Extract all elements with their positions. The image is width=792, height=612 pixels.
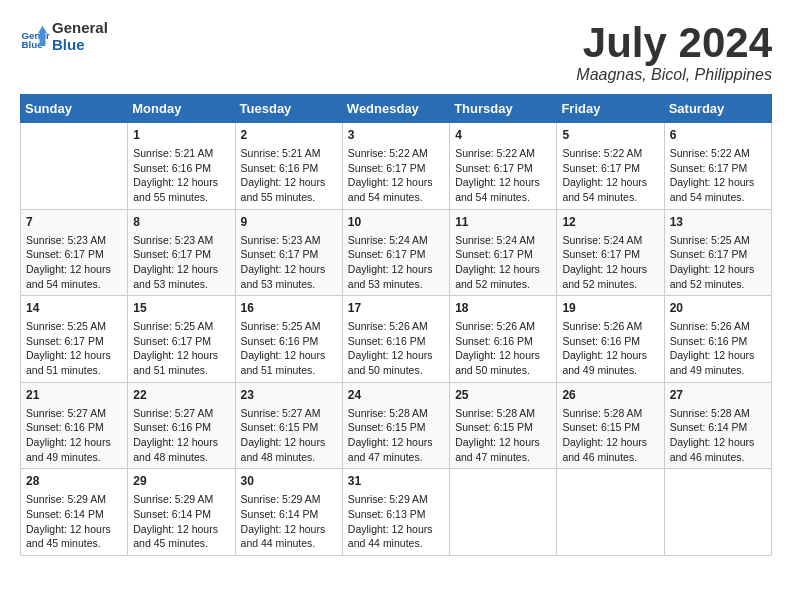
cell-2-2: 8 Sunrise: 5:23 AM Sunset: 6:17 PM Dayli… (128, 209, 235, 296)
daylight-text: Daylight: 12 hours and 50 minutes. (455, 349, 540, 376)
cell-5-3: 30 Sunrise: 5:29 AM Sunset: 6:14 PM Dayl… (235, 469, 342, 556)
daylight-text: Daylight: 12 hours and 46 minutes. (670, 436, 755, 463)
day-number: 11 (455, 214, 551, 231)
week-row-4: 21 Sunrise: 5:27 AM Sunset: 6:16 PM Dayl… (21, 382, 772, 469)
day-number: 6 (670, 127, 766, 144)
logo-text-line1: General (52, 20, 108, 37)
cell-1-1 (21, 123, 128, 210)
day-number: 9 (241, 214, 337, 231)
day-number: 22 (133, 387, 229, 404)
daylight-text: Daylight: 12 hours and 47 minutes. (348, 436, 433, 463)
sunrise-text: Sunrise: 5:25 AM (133, 320, 213, 332)
cell-2-6: 12 Sunrise: 5:24 AM Sunset: 6:17 PM Dayl… (557, 209, 664, 296)
sunrise-text: Sunrise: 5:26 AM (455, 320, 535, 332)
day-number: 24 (348, 387, 444, 404)
day-number: 18 (455, 300, 551, 317)
cell-3-2: 15 Sunrise: 5:25 AM Sunset: 6:17 PM Dayl… (128, 296, 235, 383)
sunrise-text: Sunrise: 5:24 AM (348, 234, 428, 246)
sunset-text: Sunset: 6:16 PM (133, 162, 211, 174)
sunset-text: Sunset: 6:17 PM (455, 248, 533, 260)
sunset-text: Sunset: 6:16 PM (348, 335, 426, 347)
daylight-text: Daylight: 12 hours and 51 minutes. (133, 349, 218, 376)
col-saturday: Saturday (664, 95, 771, 123)
sunrise-text: Sunrise: 5:22 AM (455, 147, 535, 159)
daylight-text: Daylight: 12 hours and 51 minutes. (241, 349, 326, 376)
daylight-text: Daylight: 12 hours and 45 minutes. (133, 523, 218, 550)
cell-3-1: 14 Sunrise: 5:25 AM Sunset: 6:17 PM Dayl… (21, 296, 128, 383)
sunset-text: Sunset: 6:15 PM (241, 421, 319, 433)
sunrise-text: Sunrise: 5:29 AM (26, 493, 106, 505)
cell-2-3: 9 Sunrise: 5:23 AM Sunset: 6:17 PM Dayli… (235, 209, 342, 296)
cell-5-5 (450, 469, 557, 556)
daylight-text: Daylight: 12 hours and 51 minutes. (26, 349, 111, 376)
day-number: 19 (562, 300, 658, 317)
cell-5-6 (557, 469, 664, 556)
cell-2-4: 10 Sunrise: 5:24 AM Sunset: 6:17 PM Dayl… (342, 209, 449, 296)
sunrise-text: Sunrise: 5:23 AM (241, 234, 321, 246)
daylight-text: Daylight: 12 hours and 49 minutes. (562, 349, 647, 376)
sunset-text: Sunset: 6:17 PM (348, 162, 426, 174)
cell-2-7: 13 Sunrise: 5:25 AM Sunset: 6:17 PM Dayl… (664, 209, 771, 296)
logo: General Blue General Blue (20, 20, 108, 53)
day-number: 29 (133, 473, 229, 490)
sunset-text: Sunset: 6:14 PM (26, 508, 104, 520)
sunset-text: Sunset: 6:17 PM (562, 162, 640, 174)
sunset-text: Sunset: 6:17 PM (455, 162, 533, 174)
daylight-text: Daylight: 12 hours and 52 minutes. (455, 263, 540, 290)
page-header: General Blue General Blue July 2024 Maag… (20, 20, 772, 84)
cell-1-2: 1 Sunrise: 5:21 AM Sunset: 6:16 PM Dayli… (128, 123, 235, 210)
day-number: 27 (670, 387, 766, 404)
day-number: 26 (562, 387, 658, 404)
sunset-text: Sunset: 6:17 PM (133, 335, 211, 347)
sunset-text: Sunset: 6:17 PM (241, 248, 319, 260)
daylight-text: Daylight: 12 hours and 47 minutes. (455, 436, 540, 463)
day-number: 21 (26, 387, 122, 404)
daylight-text: Daylight: 12 hours and 50 minutes. (348, 349, 433, 376)
daylight-text: Daylight: 12 hours and 45 minutes. (26, 523, 111, 550)
daylight-text: Daylight: 12 hours and 46 minutes. (562, 436, 647, 463)
sunrise-text: Sunrise: 5:28 AM (562, 407, 642, 419)
day-number: 25 (455, 387, 551, 404)
sunrise-text: Sunrise: 5:24 AM (562, 234, 642, 246)
cell-4-6: 26 Sunrise: 5:28 AM Sunset: 6:15 PM Dayl… (557, 382, 664, 469)
day-number: 4 (455, 127, 551, 144)
daylight-text: Daylight: 12 hours and 54 minutes. (670, 176, 755, 203)
sunrise-text: Sunrise: 5:22 AM (348, 147, 428, 159)
day-number: 5 (562, 127, 658, 144)
sunset-text: Sunset: 6:17 PM (670, 162, 748, 174)
col-tuesday: Tuesday (235, 95, 342, 123)
title-block: July 2024 Maagnas, Bicol, Philippines (576, 20, 772, 84)
sunset-text: Sunset: 6:17 PM (562, 248, 640, 260)
sunrise-text: Sunrise: 5:28 AM (670, 407, 750, 419)
sunset-text: Sunset: 6:14 PM (670, 421, 748, 433)
daylight-text: Daylight: 12 hours and 52 minutes. (670, 263, 755, 290)
week-row-1: 1 Sunrise: 5:21 AM Sunset: 6:16 PM Dayli… (21, 123, 772, 210)
cell-3-6: 19 Sunrise: 5:26 AM Sunset: 6:16 PM Dayl… (557, 296, 664, 383)
day-number: 30 (241, 473, 337, 490)
col-monday: Monday (128, 95, 235, 123)
cell-3-4: 17 Sunrise: 5:26 AM Sunset: 6:16 PM Dayl… (342, 296, 449, 383)
sunrise-text: Sunrise: 5:27 AM (26, 407, 106, 419)
sunset-text: Sunset: 6:17 PM (26, 248, 104, 260)
day-number: 13 (670, 214, 766, 231)
cell-5-7 (664, 469, 771, 556)
day-number: 14 (26, 300, 122, 317)
day-number: 20 (670, 300, 766, 317)
sunrise-text: Sunrise: 5:25 AM (670, 234, 750, 246)
day-number: 17 (348, 300, 444, 317)
daylight-text: Daylight: 12 hours and 54 minutes. (26, 263, 111, 290)
sunset-text: Sunset: 6:13 PM (348, 508, 426, 520)
sunrise-text: Sunrise: 5:29 AM (133, 493, 213, 505)
sunset-text: Sunset: 6:15 PM (455, 421, 533, 433)
day-number: 2 (241, 127, 337, 144)
daylight-text: Daylight: 12 hours and 44 minutes. (348, 523, 433, 550)
sunset-text: Sunset: 6:16 PM (241, 162, 319, 174)
calendar-header: Sunday Monday Tuesday Wednesday Thursday… (21, 95, 772, 123)
sunset-text: Sunset: 6:16 PM (670, 335, 748, 347)
sunrise-text: Sunrise: 5:29 AM (348, 493, 428, 505)
logo-icon: General Blue (20, 22, 50, 52)
sunset-text: Sunset: 6:17 PM (670, 248, 748, 260)
cell-1-7: 6 Sunrise: 5:22 AM Sunset: 6:17 PM Dayli… (664, 123, 771, 210)
cell-3-5: 18 Sunrise: 5:26 AM Sunset: 6:16 PM Dayl… (450, 296, 557, 383)
cell-3-3: 16 Sunrise: 5:25 AM Sunset: 6:16 PM Dayl… (235, 296, 342, 383)
